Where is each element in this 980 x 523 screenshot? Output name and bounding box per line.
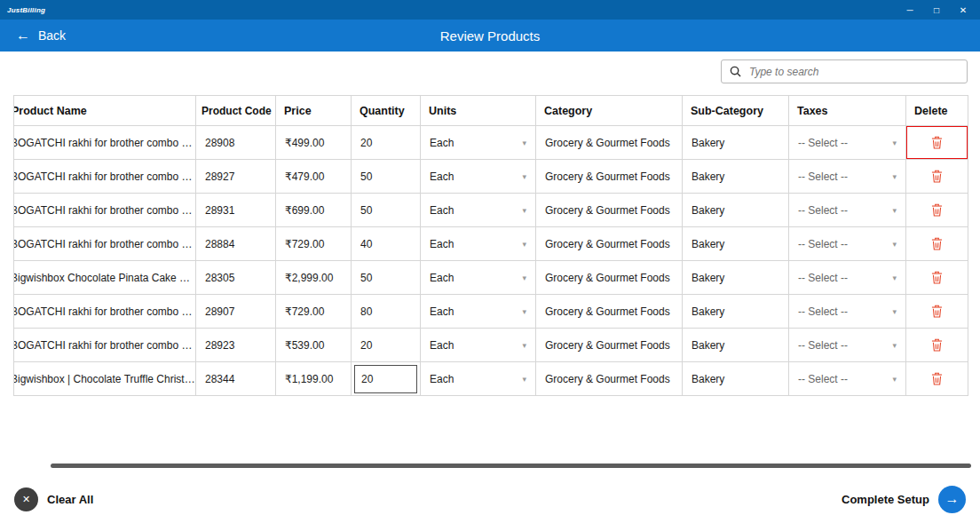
category-cell: Grocery & Gourmet Foods xyxy=(536,194,683,227)
table-row: BOGATCHI rakhi for brother combo wi... 2… xyxy=(14,295,968,329)
category-cell: Grocery & Gourmet Foods xyxy=(536,295,683,329)
product-code-cell: 28931 xyxy=(196,194,276,227)
subcategory-cell: Bakery xyxy=(683,126,789,160)
delete-button[interactable] xyxy=(906,227,968,261)
products-table: Product Name Product Code Price Quantity… xyxy=(13,95,968,396)
column-header-units: Units xyxy=(421,96,536,126)
product-code-cell: 28923 xyxy=(196,329,276,362)
trash-icon xyxy=(931,305,943,318)
price-cell: ₹729.00 xyxy=(276,295,352,329)
units-dropdown[interactable]: Each ▾ xyxy=(421,329,536,362)
horizontal-scrollbar[interactable] xyxy=(51,464,971,468)
quantity-cell[interactable]: 20 xyxy=(352,329,421,362)
price-cell: ₹479.00 xyxy=(276,160,352,194)
maximize-button[interactable]: □ xyxy=(923,0,950,20)
search-input[interactable] xyxy=(749,66,959,78)
delete-button[interactable] xyxy=(906,126,968,160)
column-header-taxes: Taxes xyxy=(789,96,906,126)
chevron-down-icon: ▾ xyxy=(892,307,897,316)
units-dropdown[interactable]: Each ▾ xyxy=(421,160,536,194)
window-controls: ─ □ ✕ xyxy=(897,0,976,20)
product-name-cell: BOGATCHI rakhi for brother combo wi... xyxy=(14,329,196,362)
chevron-down-icon: ▾ xyxy=(892,206,897,215)
product-code-cell: 28884 xyxy=(196,227,276,261)
table-body: BOGATCHI rakhi for brother combo wi... 2… xyxy=(14,126,968,396)
units-dropdown[interactable]: Each ▾ xyxy=(421,362,536,396)
product-name-cell: Bigwishbox Chocolate Pinata Cake 1 K... xyxy=(14,261,196,295)
subcategory-cell: Bakery xyxy=(683,194,789,227)
trash-icon xyxy=(931,170,943,183)
column-header-quantity: Quantity xyxy=(352,96,421,126)
quantity-cell[interactable]: 40 xyxy=(352,227,421,261)
back-label: Back xyxy=(38,28,66,43)
delete-button[interactable] xyxy=(906,362,968,396)
clear-all-button[interactable]: ✕ Clear All xyxy=(14,487,93,511)
table-row: BOGATCHI rakhi for brother combo wi... 2… xyxy=(14,160,968,194)
category-cell: Grocery & Gourmet Foods xyxy=(536,261,683,295)
units-dropdown[interactable]: Each ▾ xyxy=(421,295,536,329)
category-cell: Grocery & Gourmet Foods xyxy=(536,227,683,261)
taxes-dropdown[interactable]: -- Select -- ▾ xyxy=(789,160,906,194)
trash-icon xyxy=(931,338,943,352)
units-dropdown[interactable]: Each ▾ xyxy=(421,126,536,160)
quantity-cell[interactable]: 20 xyxy=(352,362,421,396)
quantity-cell[interactable]: 20 xyxy=(352,126,421,160)
taxes-dropdown[interactable]: -- Select -- ▾ xyxy=(789,362,906,396)
price-cell: ₹499.00 xyxy=(276,126,352,160)
taxes-dropdown[interactable]: -- Select -- ▾ xyxy=(789,194,906,227)
search-row xyxy=(0,52,980,83)
minimize-button[interactable]: ─ xyxy=(897,0,923,20)
chevron-down-icon: ▾ xyxy=(522,172,526,181)
units-dropdown[interactable]: Each ▾ xyxy=(421,194,536,227)
quantity-cell[interactable]: 50 xyxy=(352,160,421,194)
table-row: Bigwishbox | Chocolate Truffle Christm..… xyxy=(14,362,968,396)
product-code-cell: 28908 xyxy=(196,126,276,160)
page-title: Review Products xyxy=(0,28,980,44)
price-cell: ₹729.00 xyxy=(276,227,352,261)
price-cell: ₹539.00 xyxy=(276,329,352,362)
product-name-cell: BOGATCHI rakhi for brother combo wi... xyxy=(14,194,196,227)
chevron-down-icon: ▾ xyxy=(522,240,526,249)
quantity-cell[interactable]: 50 xyxy=(352,194,421,227)
product-name-cell: BOGATCHI rakhi for brother combo wi... xyxy=(14,160,196,194)
delete-button[interactable] xyxy=(906,160,968,194)
taxes-dropdown[interactable]: -- Select -- ▾ xyxy=(789,329,906,362)
chevron-down-icon: ▾ xyxy=(892,273,897,282)
delete-button[interactable] xyxy=(906,194,968,227)
category-cell: Grocery & Gourmet Foods xyxy=(536,126,683,160)
trash-icon xyxy=(931,372,943,385)
column-header-delete: Delete xyxy=(906,96,968,126)
window-titlebar: JustBilling ─ □ ✕ xyxy=(0,0,980,20)
product-name-cell: BOGATCHI rakhi for brother combo wi... xyxy=(14,126,196,160)
quantity-cell[interactable]: 50 xyxy=(352,261,421,295)
taxes-dropdown[interactable]: -- Select -- ▾ xyxy=(789,126,906,160)
column-header-price: Price xyxy=(276,96,352,126)
units-dropdown[interactable]: Each ▾ xyxy=(421,227,536,261)
chevron-down-icon: ▾ xyxy=(522,375,526,384)
chevron-down-icon: ▾ xyxy=(522,139,526,147)
app-logo: JustBilling xyxy=(7,6,45,14)
delete-button[interactable] xyxy=(906,261,968,295)
chevron-down-icon: ▾ xyxy=(522,307,526,316)
delete-button[interactable] xyxy=(906,329,968,362)
clear-x-icon: ✕ xyxy=(14,487,38,511)
search-icon xyxy=(730,66,741,77)
taxes-dropdown[interactable]: -- Select -- ▾ xyxy=(789,295,906,329)
app-header: ← Back Review Products xyxy=(0,20,980,52)
close-button[interactable]: ✕ xyxy=(950,0,976,20)
quantity-cell[interactable]: 80 xyxy=(352,295,421,329)
search-box[interactable] xyxy=(721,59,968,83)
delete-button[interactable] xyxy=(906,295,968,329)
category-cell: Grocery & Gourmet Foods xyxy=(536,362,683,396)
category-cell: Grocery & Gourmet Foods xyxy=(536,329,683,362)
taxes-dropdown[interactable]: -- Select -- ▾ xyxy=(789,261,906,295)
units-dropdown[interactable]: Each ▾ xyxy=(421,261,536,295)
back-button[interactable]: ← Back xyxy=(16,28,66,44)
product-code-cell: 28927 xyxy=(196,160,276,194)
back-arrow-icon: ← xyxy=(16,28,30,44)
complete-setup-button[interactable]: Complete Setup → xyxy=(842,486,966,513)
forward-arrow-icon: → xyxy=(938,486,966,513)
subcategory-cell: Bakery xyxy=(683,295,789,329)
taxes-dropdown[interactable]: -- Select -- ▾ xyxy=(789,227,906,261)
column-header-product-code: Product Code xyxy=(196,96,276,126)
